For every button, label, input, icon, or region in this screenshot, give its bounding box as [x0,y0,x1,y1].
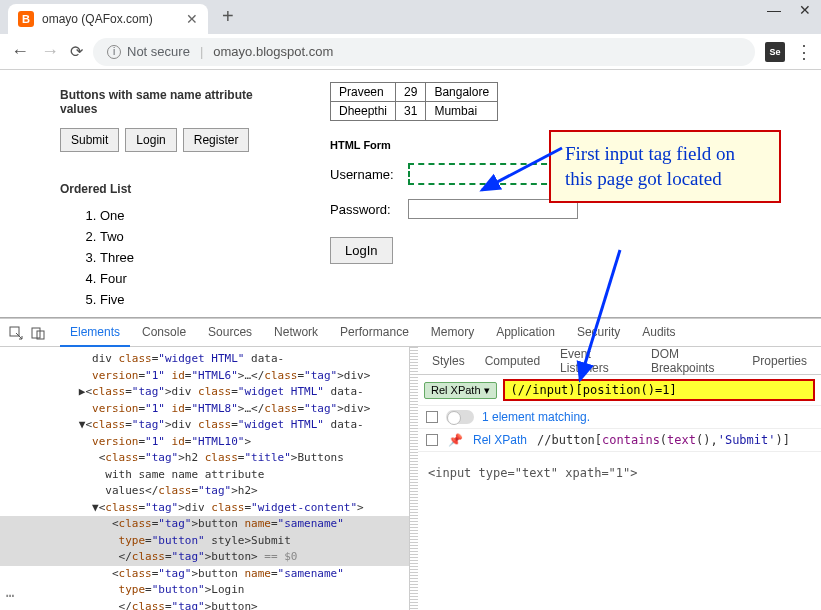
tab-network[interactable]: Network [264,319,328,347]
buttons-heading: Buttons with same name attribute values [60,88,270,116]
history-xpath: //button[contains(text(),'Submit')] [537,433,790,447]
submit-button[interactable]: Submit [60,128,119,152]
list-item: Five [100,292,270,307]
svg-rect-2 [32,328,40,338]
blogger-favicon: B [18,11,34,27]
address-bar[interactable]: i Not secure | omayo.blogspot.com [93,38,755,66]
minimize-icon[interactable]: — [767,2,781,18]
password-label: Password: [330,202,402,217]
copy-icon[interactable] [426,411,438,423]
rel-xpath-badge[interactable]: Rel XPath▾ [424,382,497,399]
ordered-list-heading: Ordered List [60,182,270,196]
login-form-button[interactable]: LogIn [330,237,393,264]
history-label: Rel XPath [473,433,527,447]
list-item: Three [100,250,270,265]
inspect-icon[interactable] [8,325,24,341]
not-secure-label: i Not secure [107,44,190,59]
selenium-extension-icon[interactable]: Se [765,42,785,62]
annotation-callout: First input tag field on this page got l… [549,130,781,203]
data-table: Praveen 29 Bangalore Dheepthi 31 Mumbai [330,82,498,121]
tab-title: omayo (QAFox.com) [42,12,178,26]
xpath-input[interactable] [503,379,815,401]
chevron-down-icon: ▾ [484,384,490,397]
register-button[interactable]: Register [183,128,250,152]
tab-security[interactable]: Security [567,319,630,347]
device-icon[interactable] [30,325,46,341]
elements-tree[interactable]: div class="widget HTML" data- version="1… [0,347,410,610]
ordered-list: One Two Three Four Five [60,208,270,307]
tab-application[interactable]: Application [486,319,565,347]
side-tab-event-listeners[interactable]: Event Listeners [552,347,639,379]
panel-resize-handle[interactable] [410,347,418,610]
url-text: omayo.blogspot.com [213,44,333,59]
forward-icon[interactable]: → [40,42,60,62]
devtools-panel: Elements Console Sources Network Perform… [0,318,821,610]
tab-strip: B omayo (QAFox.com) ✕ + — ✕ [0,0,821,34]
tab-elements[interactable]: Elements [60,319,130,347]
list-item: Two [100,229,270,244]
table-row: Praveen 29 Bangalore [331,83,498,102]
login-button[interactable]: Login [125,128,176,152]
pin-icon[interactable]: 📌 [448,433,463,447]
tab-console[interactable]: Console [132,319,196,347]
toggle-switch[interactable] [446,410,474,424]
kebab-menu-icon[interactable]: ⋮ [795,41,811,63]
match-count: 1 element matching. [482,410,590,424]
reload-icon[interactable]: ⟳ [70,42,83,61]
username-label: Username: [330,167,402,182]
new-tab-button[interactable]: + [222,5,234,28]
window-controls: — ✕ [767,2,811,18]
side-tab-dom-breakpoints[interactable]: DOM Breakpoints [643,347,740,379]
page-content: Buttons with same name attribute values … [0,70,821,318]
tab-sources[interactable]: Sources [198,319,262,347]
element-preview: <input type="text" xpath="1"> [418,452,821,494]
devtools-tab-bar: Elements Console Sources Network Perform… [0,319,821,347]
tab-memory[interactable]: Memory [421,319,484,347]
breadcrumb-dots: ⋯ [6,585,16,606]
copy-icon[interactable] [426,434,438,446]
list-item: One [100,208,270,223]
close-icon[interactable]: ✕ [186,11,198,27]
side-tab-styles[interactable]: Styles [424,350,473,372]
back-icon[interactable]: ← [10,42,30,62]
tab-audits[interactable]: Audits [632,319,685,347]
secure-text: Not secure [127,44,190,59]
browser-tab[interactable]: B omayo (QAFox.com) ✕ [8,4,208,34]
info-icon: i [107,45,121,59]
browser-toolbar: ← → ⟳ i Not secure | omayo.blogspot.com … [0,34,821,70]
side-tab-properties[interactable]: Properties [744,350,815,372]
address-separator: | [200,44,203,59]
table-row: Dheepthi 31 Mumbai [331,102,498,121]
close-window-icon[interactable]: ✕ [799,2,811,18]
list-item: Four [100,271,270,286]
devtools-side-panel: Styles Computed Event Listeners DOM Brea… [418,347,821,610]
side-tab-computed[interactable]: Computed [477,350,548,372]
tab-performance[interactable]: Performance [330,319,419,347]
